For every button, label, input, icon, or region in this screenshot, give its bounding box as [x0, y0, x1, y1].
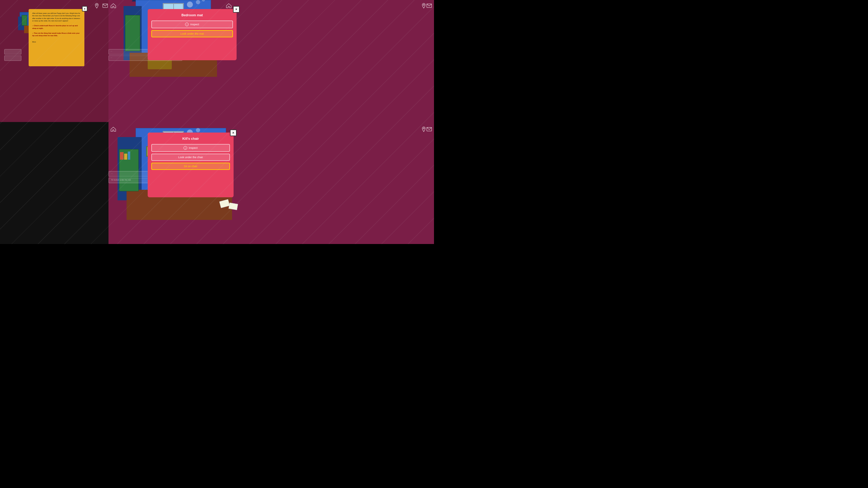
bedroom-mat-look-under-button[interactable]: Look under the mat	[151, 30, 233, 37]
small-box-2	[4, 56, 22, 61]
kills-chair-inspect-label: Inspect	[189, 147, 197, 150]
mail-icon-right[interactable]	[426, 2, 433, 9]
bedroom-mat-popup-title: Bedroom mat	[151, 13, 233, 17]
kills-chair-look-under-button[interactable]: Look under the chair	[151, 154, 230, 161]
bottom-left-quadrant	[0, 122, 108, 244]
letter-intro: After all these years you still love Pop…	[32, 12, 81, 22]
kills-chair-inspect-button[interactable]: i Inspect	[151, 144, 230, 152]
kit-looked-text: Kit looked under the mat	[111, 179, 131, 181]
letter-close-button[interactable]: ×	[82, 6, 87, 11]
bedroom-mat-inspect-button[interactable]: i Inspect	[151, 21, 233, 28]
dialog-box-2-text: ...	[111, 56, 112, 58]
kills-chair-sit-label: Sit on chair	[184, 165, 197, 168]
letter-clue2: -- Then do the thing that would make Ros…	[32, 32, 81, 37]
location-icon-top[interactable]	[93, 2, 100, 9]
kills-chair-popup-title: Kill's chair	[151, 137, 230, 140]
mail-icon-bottom-right[interactable]	[426, 126, 433, 133]
small-box-1	[4, 49, 22, 55]
dialog-box-1-text: ...	[111, 50, 112, 52]
kills-chair-close-button[interactable]: ×	[230, 130, 237, 136]
kills-chair-look-under-label: Look under the chair	[178, 156, 203, 159]
inspect-info-icon: i	[185, 23, 189, 26]
home-icon-top-right[interactable]	[225, 2, 232, 9]
kills-chair-sit-button[interactable]: Sit on chair	[151, 163, 230, 170]
letter-signature: Mom	[32, 41, 81, 43]
kills-chair-popup: × Kill's chair i Inspect Look under the …	[148, 133, 234, 197]
letter-body: After all these years you still love Pop…	[32, 12, 81, 43]
mail-icon-top[interactable]	[102, 2, 108, 9]
letter-clue1: -- Check underneath Rosco's favorite pla…	[32, 24, 81, 30]
bedroom-mat-look-under-label: Look under the mat	[181, 32, 204, 35]
dialog-box-3-text: ...	[111, 172, 113, 174]
inspect-info-icon-2: i	[184, 146, 187, 150]
bedroom-mat-close-button[interactable]: ×	[233, 6, 240, 13]
bedroom-mat-inspect-label: Inspect	[190, 23, 199, 26]
bedroom-mat-popup: × Bedroom mat i Inspect Look under the m…	[148, 9, 237, 60]
letter-panel: × After all these years you still love P…	[29, 9, 84, 66]
